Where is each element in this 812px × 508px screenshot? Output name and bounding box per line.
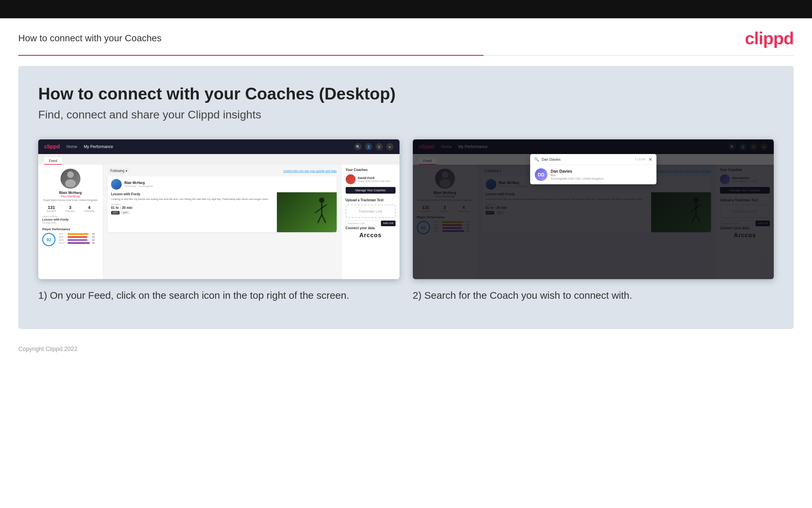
followers-label: Followers [65, 210, 75, 212]
panel-2-caption-text: Search for the Coach you wish to connect… [424, 290, 632, 301]
search-overlay: 🔍 Dan Davies CLEAR ✕ DD Dan Davies Pro [413, 139, 774, 279]
svg-point-1 [65, 179, 76, 187]
panel-1-caption-num: 1) [38, 290, 47, 301]
manage-coaches-btn[interactable]: Manage Your Coaches [346, 187, 395, 194]
post-image [277, 192, 337, 232]
perf-content: 92 OTT 90 APP [42, 233, 99, 246]
toggle-off[interactable]: OTT [111, 211, 120, 215]
ss-nav-logo-1: clippd [44, 144, 60, 150]
svg-line-5 [322, 205, 327, 208]
add-link-btn[interactable]: Add Link [381, 220, 395, 226]
profile-handicap: Plus Handicap [42, 195, 99, 198]
result-club: Sunningdale Golf Club, United Kingdom [551, 177, 604, 180]
result-avatar: DD [535, 168, 547, 181]
perf-title: Player Performance [42, 227, 99, 231]
settings-icon[interactable]: ⚙ [376, 143, 383, 151]
main-content: How to connect with your Coaches (Deskto… [18, 66, 794, 329]
ss-profile-col: Blair McHarg Plus Handicap Royal North D… [38, 165, 103, 279]
activities-count: 131 [47, 205, 56, 210]
page-title: How to connect with your Coaches [18, 33, 161, 44]
post-meta-group: Blair McHarg Yesterday · Sunningdale [124, 181, 153, 187]
bar-ott: OTT 90 [59, 233, 99, 235]
ss-tabs-1: Feed [38, 154, 399, 165]
followers-count: 3 [65, 205, 75, 210]
bar-track-arg [67, 239, 91, 241]
screenshot-2: clippd Home My Performance 🔍 👤 ⚙ ● Feed [413, 139, 774, 279]
post-avatar [111, 179, 122, 189]
search-input-overlay[interactable]: Dan Davies [542, 157, 632, 161]
coach-name: David Ford [358, 176, 390, 180]
post-duration-val: 01 hr : 30 min [111, 206, 274, 210]
coach-item-1: David Ford Royal North Devon Golf Club [346, 174, 395, 184]
coaches-title: Your Coaches [346, 168, 395, 172]
ss-post-toggle: OTT APP [111, 211, 274, 215]
ss-body-1: Blair McHarg Plus Handicap Royal North D… [38, 165, 399, 279]
svg-point-0 [67, 171, 74, 178]
bar-val-ott: 90 [92, 233, 95, 235]
control-link[interactable]: Control who can see your activity and da… [283, 169, 336, 173]
trackman-box: Trackman Link [346, 205, 395, 218]
following-count: 4 [85, 205, 94, 210]
golfer-silhouette [312, 196, 332, 229]
upload-title: Upload a Trackman Test [346, 198, 395, 202]
following-btn[interactable]: Following ▾ [108, 168, 130, 174]
post-meta: Yesterday · Sunningdale [124, 185, 153, 187]
search-icon-overlay: 🔍 [534, 157, 539, 162]
toggle-app[interactable]: APP [121, 211, 130, 215]
arccos-logo: Arccos [346, 232, 395, 239]
footer: Copyright Clippd 2022 [0, 339, 812, 359]
result-role: Pro [551, 174, 604, 177]
clippd-logo: clippd [745, 28, 794, 48]
bar-fill-ott [67, 233, 88, 235]
screenshot-1: clippd Home My Performance 🔍 👤 ⚙ ● Feed [38, 139, 399, 279]
search-box: 🔍 Dan Davies CLEAR ✕ DD Dan Davies Pro [530, 154, 657, 184]
ss-nav-home[interactable]: Home [66, 144, 77, 149]
ss-nav-1: clippd Home My Performance 🔍 👤 ⚙ ● [38, 139, 399, 154]
panel-1-caption-text: On your Feed, click on the search icon i… [50, 290, 349, 301]
bar-track-app [67, 236, 91, 238]
bar-fill-putt [67, 242, 90, 244]
bar-track-putt [67, 242, 91, 244]
bar-fill-app [67, 236, 87, 238]
ss-nav-icons: 🔍 👤 ⚙ ● [354, 143, 393, 151]
ss-coaches-col: Your Coaches David Ford Royal North Devo… [341, 165, 399, 279]
panel-2-caption-num: 2) [413, 290, 422, 301]
search-icon[interactable]: 🔍 [354, 143, 362, 151]
panel-2: clippd Home My Performance 🔍 👤 ⚙ ● Feed [413, 139, 774, 302]
ss-nav-myperformance[interactable]: My Performance [84, 144, 113, 149]
chevron-down-icon: ▾ [126, 169, 127, 173]
search-bar: 🔍 Dan Davies CLEAR ✕ [530, 154, 657, 165]
svg-line-6 [318, 215, 322, 223]
trackman-input-row: Trackman Link Add Link [346, 220, 395, 226]
bar-label-app: APP [59, 236, 66, 238]
score-circle: 92 [42, 233, 55, 246]
profile-name: Blair McHarg [42, 190, 99, 195]
ss-post: Blair McHarg Yesterday · Sunningdale Les… [108, 176, 337, 232]
ss-tab-feed[interactable]: Feed [44, 157, 62, 165]
bar-fill-arg [67, 239, 87, 241]
coach-info: David Ford Royal North Devon Golf Club [358, 176, 390, 183]
post-duration-label: Duration [111, 203, 274, 206]
bar-label-arg: ARG [59, 239, 66, 241]
copyright: Copyright Clippd 2022 [18, 346, 78, 352]
clear-button[interactable]: CLEAR [635, 158, 646, 161]
result-name: Dan Davies [551, 169, 604, 174]
main-subtitle: Find, connect and share your Clippd insi… [38, 108, 774, 121]
panel-1: clippd Home My Performance 🔍 👤 ⚙ ● Feed [38, 139, 399, 302]
svg-line-7 [322, 215, 326, 223]
header: How to connect with your Coaches clippd [0, 18, 812, 55]
trackman-input[interactable]: Trackman Link [346, 220, 380, 226]
coach-avatar [346, 174, 355, 184]
close-button[interactable]: ✕ [649, 157, 653, 162]
search-result-item[interactable]: DD Dan Davies Pro Sunningdale Golf Club,… [530, 165, 657, 184]
perf-bars: OTT 90 APP 85 [59, 233, 99, 244]
connect-title: Connect your data [346, 226, 395, 230]
ss-stat-activities: 131 Activities [47, 205, 56, 212]
ss-following-row: Following ▾ Control who can see your act… [108, 168, 337, 174]
post-author: Blair McHarg [124, 181, 153, 185]
latest-activity-title: Lesson with Fordy [42, 218, 99, 221]
avatar-icon[interactable]: ● [386, 143, 393, 151]
bar-val-arg: 86 [92, 239, 95, 241]
user-icon[interactable]: 👤 [365, 143, 372, 151]
latest-activity-label: Latest Activity [42, 215, 99, 218]
